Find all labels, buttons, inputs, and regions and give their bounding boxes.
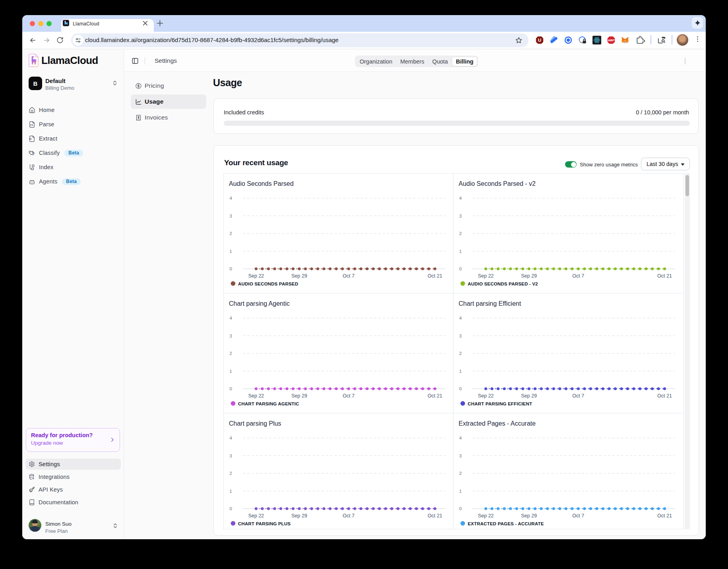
svg-text:3: 3	[459, 334, 462, 338]
svg-text:3: 3	[230, 453, 232, 458]
svg-text:Sep 29: Sep 29	[521, 393, 537, 399]
svg-text:U: U	[538, 38, 541, 42]
svg-text:0: 0	[230, 506, 232, 511]
svg-text:Oct 21: Oct 21	[428, 513, 442, 519]
svg-text:Sep 22: Sep 22	[248, 273, 264, 279]
svg-text:2: 2	[459, 231, 462, 236]
svg-text:Oct 7: Oct 7	[572, 393, 584, 399]
svg-text:Sep 22: Sep 22	[478, 273, 494, 279]
svg-text:CHART PARSING EFFICIENT: CHART PARSING EFFICIENT	[468, 401, 532, 406]
svg-text:Audio Seconds Parsed: Audio Seconds Parsed	[229, 180, 294, 187]
svg-text:4: 4	[459, 436, 462, 440]
svg-text:Sep 29: Sep 29	[521, 513, 537, 519]
svg-text:Audio Seconds Parsed - v2: Audio Seconds Parsed - v2	[459, 180, 536, 187]
svg-text:Oct 21: Oct 21	[428, 273, 442, 279]
svg-text:4: 4	[459, 316, 462, 320]
svg-text:3: 3	[459, 214, 462, 218]
svg-text:1: 1	[230, 249, 232, 254]
svg-text:EXTRACTED PAGES - ACCURATE: EXTRACTED PAGES - ACCURATE	[468, 521, 544, 526]
svg-text:Sep 29: Sep 29	[521, 273, 537, 279]
svg-text:4: 4	[459, 196, 462, 201]
svg-text:1: 1	[459, 489, 462, 494]
svg-text:Oct 21: Oct 21	[657, 393, 672, 399]
svg-text:4: 4	[230, 196, 232, 201]
svg-text:3: 3	[459, 453, 462, 458]
svg-text:Sep 29: Sep 29	[291, 273, 307, 279]
svg-text:Sep 22: Sep 22	[248, 393, 264, 399]
svg-text:4: 4	[230, 436, 232, 440]
svg-text:2: 2	[230, 231, 232, 236]
svg-text:Oct 7: Oct 7	[343, 273, 354, 279]
svg-text:Oct 7: Oct 7	[343, 393, 354, 399]
svg-text:1: 1	[230, 369, 232, 374]
svg-text:Sep 29: Sep 29	[291, 393, 307, 399]
svg-text:2: 2	[459, 351, 462, 356]
svg-text:CHART PARSING AGENTIC: CHART PARSING AGENTIC	[238, 401, 299, 406]
svg-text:Oct 21: Oct 21	[657, 273, 672, 279]
svg-text:Oct 21: Oct 21	[428, 393, 442, 399]
svg-text:Oct 7: Oct 7	[572, 273, 584, 279]
svg-text:0: 0	[459, 506, 462, 511]
svg-text:Oct 7: Oct 7	[572, 513, 584, 519]
svg-text:2: 2	[459, 471, 462, 476]
svg-text:Chart parsing Plus: Chart parsing Plus	[229, 420, 281, 427]
svg-text:2: 2	[230, 351, 232, 356]
svg-text:0: 0	[459, 266, 462, 271]
svg-text:0: 0	[459, 386, 462, 391]
svg-text:Sep 22: Sep 22	[478, 513, 494, 519]
svg-text:AUDIO SECONDS PARSED: AUDIO SECONDS PARSED	[238, 282, 298, 286]
svg-text:Sep 22: Sep 22	[478, 393, 494, 399]
svg-text:Chart parsing Agentic: Chart parsing Agentic	[229, 300, 290, 307]
svg-text:AUDIO SECONDS PARSED - V2: AUDIO SECONDS PARSED - V2	[468, 282, 538, 286]
svg-text:1: 1	[459, 369, 462, 374]
svg-text:0: 0	[230, 266, 232, 271]
svg-text:3: 3	[230, 334, 232, 338]
svg-text:Oct 21: Oct 21	[657, 513, 672, 519]
svg-text:1: 1	[230, 489, 232, 494]
svg-text:Sep 29: Sep 29	[291, 513, 307, 519]
svg-text:Chart parsing Efficient: Chart parsing Efficient	[459, 300, 521, 307]
svg-text:3: 3	[230, 214, 232, 218]
svg-text:ABP: ABP	[608, 39, 615, 42]
svg-text:Oct 7: Oct 7	[343, 513, 354, 519]
svg-text:CHART PARSING PLUS: CHART PARSING PLUS	[238, 521, 291, 526]
svg-text:4: 4	[230, 316, 232, 320]
svg-text:2: 2	[230, 471, 232, 476]
svg-text:Extracted Pages - Accurate: Extracted Pages - Accurate	[459, 420, 536, 427]
svg-text:Sep 22: Sep 22	[248, 513, 264, 519]
svg-text:1: 1	[459, 249, 462, 254]
svg-text:0: 0	[230, 386, 232, 391]
